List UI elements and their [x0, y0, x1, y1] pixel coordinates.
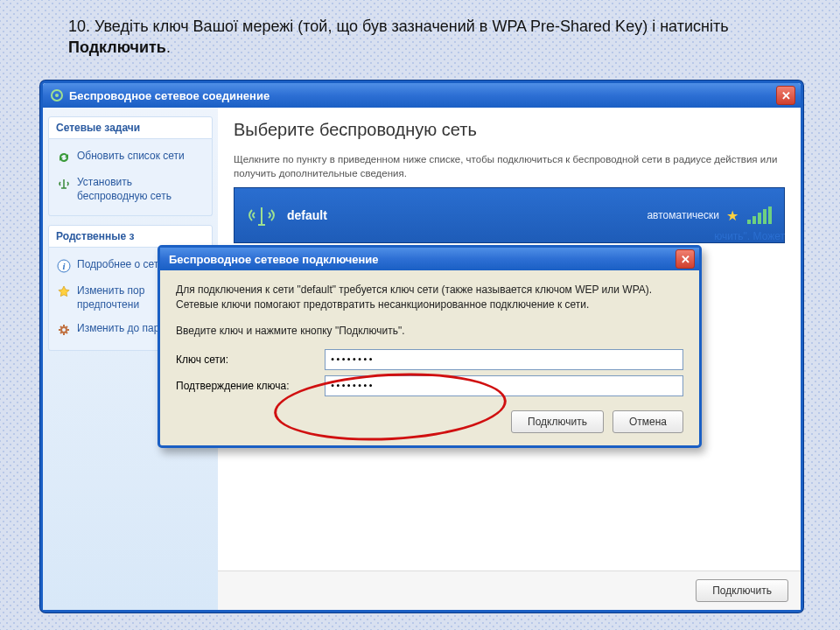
sidebar-heading-tasks: Сетевые задачи	[48, 116, 213, 139]
wireless-window-titlebar[interactable]: Беспроводное сетевое соединение ✕	[43, 83, 801, 108]
key-dialog: Беспроводное сетевое подключение ✕ Для п…	[158, 245, 702, 448]
dialog-text-2: Введите ключ и нажмите кнопку "Подключит…	[176, 324, 683, 339]
obscured-text-fragment: ючить". Может	[714, 230, 785, 242]
sidebar-item-setup[interactable]: Установить беспроводную сеть	[52, 171, 208, 208]
signal-bars-icon	[747, 206, 772, 224]
star-icon	[56, 284, 72, 300]
refresh-icon	[56, 150, 72, 165]
key-dialog-titlebar[interactable]: Беспроводное сетевое подключение ✕	[160, 248, 699, 270]
sidebar-block-tasks: Сетевые задачи Обновить список сети Уста…	[48, 116, 213, 216]
sidebar-item-label: Подробнее о сетях	[77, 258, 170, 272]
sidebar-item-refresh[interactable]: Обновить список сети	[52, 144, 208, 171]
connect-button[interactable]: Подключить	[696, 579, 788, 602]
antenna-icon	[56, 176, 72, 192]
dialog-cancel-button[interactable]: Отмена	[612, 410, 683, 433]
dialog-connect-button[interactable]: Подключить	[511, 410, 604, 433]
svg-point-1	[55, 94, 59, 97]
svg-point-4	[61, 327, 66, 332]
wireless-window-title: Беспроводное сетевое соединение	[69, 89, 270, 102]
wireless-window-icon	[50, 88, 64, 102]
network-key-input[interactable]	[325, 349, 683, 370]
network-item-default[interactable]: default автоматически ★	[234, 187, 785, 243]
instruction-suffix: .	[166, 38, 171, 56]
instruction-text: 10. Уведіть ключ Вашої мережі (той, що б…	[68, 16, 768, 59]
network-name: default	[287, 208, 327, 222]
close-icon[interactable]: ✕	[676, 249, 695, 269]
network-mode: автоматически	[647, 209, 719, 221]
confirm-row: Подтверждение ключа:	[176, 375, 683, 396]
favorite-star-icon: ★	[726, 207, 738, 224]
close-icon[interactable]: ✕	[776, 86, 795, 105]
confirm-key-input[interactable]	[325, 375, 683, 396]
key-label: Ключ сети:	[176, 354, 325, 366]
instruction-prefix: 10. Уведіть ключ Вашої мережі (той, що б…	[68, 18, 729, 35]
content-subtext: Щелкните по пункту в приведенном ниже сп…	[234, 152, 785, 180]
instruction-bold: Подключить	[68, 38, 166, 56]
wifi-icon	[247, 200, 276, 230]
gear-icon	[56, 322, 72, 338]
content-heading: Выберите беспроводную сеть	[234, 120, 785, 140]
sidebar-item-label: Установить беспроводную сеть	[77, 176, 205, 203]
dialog-text-1: Для подключения к сети "default" требует…	[176, 283, 683, 313]
info-icon: i	[56, 258, 72, 274]
sidebar-item-label: Обновить список сети	[77, 150, 185, 164]
confirm-label: Подтверждение ключа:	[176, 380, 325, 392]
content-bottom-bar: Подключить	[218, 570, 801, 610]
key-row: Ключ сети:	[176, 349, 683, 370]
key-dialog-title: Беспроводное сетевое подключение	[169, 253, 379, 266]
